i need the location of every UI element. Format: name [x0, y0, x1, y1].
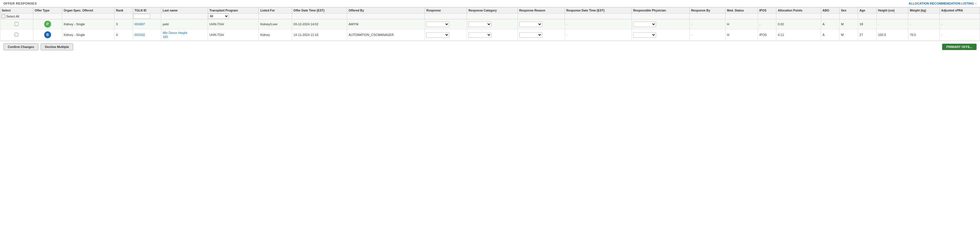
row1-offer-type-badge: P: [44, 21, 51, 27]
row1-response-reason-select[interactable]: [519, 22, 542, 27]
row2-responsible-physician[interactable]: [632, 29, 689, 41]
row1-offer-date-time: 03-12-2024 14:02: [292, 19, 347, 29]
row2-last-name: Min Donor Height 160: [161, 29, 208, 41]
row2-offer-type-badge: B: [44, 31, 51, 38]
primary-offer-button[interactable]: PRIMARY OFFE...: [942, 44, 977, 50]
row2-abo: A: [821, 29, 839, 41]
row1-response-by: -: [689, 19, 725, 29]
offer-responses-table: Select Offer Type Organ Spec. Offered Ra…: [0, 7, 980, 41]
row1-sex: M: [839, 19, 858, 29]
row1-select-cell[interactable]: [0, 19, 33, 29]
confirm-changes-button[interactable]: Confirm Changes: [3, 43, 38, 50]
filter-tgln-id-input[interactable]: [133, 14, 150, 19]
row1-med-status: H: [725, 19, 758, 29]
col-tgln-id: TGLN ID: [133, 8, 161, 13]
col-last-name: Last name: [161, 8, 208, 13]
col-age: Age: [858, 8, 877, 13]
filter-transplant-program-select[interactable]: All UHN-TGH Other: [208, 13, 229, 19]
col-abo: ABO: [821, 8, 839, 13]
row1-response[interactable]: [425, 19, 467, 29]
row2-med-status: H: [725, 29, 758, 41]
row2-tgln-id[interactable]: 650302: [133, 29, 161, 41]
col-organ-spec: Organ Spec. Offered: [62, 8, 114, 13]
row2-checkbox[interactable]: [14, 33, 18, 37]
row2-response-select[interactable]: [426, 32, 449, 38]
col-adjusted-cpra: Adjusted cPRA: [940, 8, 980, 13]
row1-response-select[interactable]: [426, 22, 449, 27]
row2-organ-spec: Kidney - Single: [62, 29, 114, 41]
arrow-up-icon: ↑: [975, 2, 977, 5]
col-height-cm: Height (cm): [877, 8, 908, 13]
row1-organ-spec: Kidney - Single: [62, 19, 114, 29]
table-row: B Kidney - Single 4 650302 Min Donor Hei…: [0, 29, 980, 41]
col-listed-for: Listed For: [259, 8, 292, 13]
row2-height-cm: 150.0: [877, 29, 908, 41]
row2-ipos: IPOS: [758, 29, 776, 41]
col-response-category: Response Category: [467, 8, 517, 13]
row1-abo: A: [821, 19, 839, 29]
row1-response-category-select[interactable]: [468, 22, 492, 27]
footer-bar: Confirm Changes Decline Multiple PRIMARY…: [0, 41, 980, 53]
col-transplant-program: Transplant Program: [208, 8, 259, 13]
row2-response-reason[interactable]: [517, 29, 565, 41]
col-offered-by: Offered By: [347, 8, 425, 13]
row2-weight-kg: 70.0: [908, 29, 940, 41]
col-allocation-points: Allocation Points: [776, 8, 821, 13]
row2-select-cell[interactable]: [0, 29, 33, 41]
row2-response-category[interactable]: [467, 29, 517, 41]
select-all-checkbox[interactable]: [2, 14, 5, 18]
row1-adjusted-cpra: -: [940, 19, 980, 29]
row2-sex: M: [839, 29, 858, 41]
row1-tgln-id-link[interactable]: 650687: [135, 22, 145, 26]
footer-left-buttons: Confirm Changes Decline Multiple: [3, 43, 73, 50]
row2-listed-for: Kidney: [259, 29, 292, 41]
row1-offered-by: AMYNI: [347, 19, 425, 29]
row1-response-reason[interactable]: [517, 19, 565, 29]
page-header: OFFER RESPONSES ALLOCATION RECOMMENDATIO…: [0, 0, 980, 7]
col-response-reason: Response Reason: [517, 8, 565, 13]
row1-weight-kg: -: [908, 19, 940, 29]
filter-row: Select All All UHN-TGH Other: [0, 13, 980, 19]
col-weight-kg: Weight (kg): [908, 8, 940, 13]
col-response-by: Response By: [689, 8, 725, 13]
row2-response-date-time: -: [565, 29, 632, 41]
row1-height-cm: -: [877, 19, 908, 29]
select-all-label[interactable]: Select All: [2, 14, 32, 18]
table-container: Select Offer Type Organ Spec. Offered Ra…: [0, 7, 980, 41]
col-ipos: IPOS: [758, 8, 776, 13]
filter-select-all[interactable]: Select All: [0, 13, 33, 19]
row2-offer-date-time: 14-11-2024 11:16: [292, 29, 347, 41]
col-response-date-time: Response Date Time (EST): [565, 8, 632, 13]
row2-responsible-physician-select[interactable]: [633, 32, 656, 38]
row1-responsible-physician[interactable]: [632, 19, 689, 29]
column-header-row: Select Offer Type Organ Spec. Offered Ra…: [0, 8, 980, 13]
row2-allocation-points: 4.11: [776, 29, 821, 41]
row1-response-category[interactable]: [467, 19, 517, 29]
row2-response-reason-select[interactable]: [519, 32, 542, 38]
col-response: Response: [425, 8, 467, 13]
col-rank: Rank: [115, 8, 133, 13]
offer-responses-title: OFFER RESPONSES: [3, 2, 37, 5]
allocation-recommendation-label: ALLOCATION RECOMMENDATION LISTING: [908, 2, 974, 5]
row2-last-name-link[interactable]: Min Donor Height 160: [163, 31, 188, 39]
row2-adjusted-cpra: -: [940, 29, 980, 41]
col-select: Select: [0, 8, 33, 13]
row1-responsible-physician-select[interactable]: [633, 22, 656, 27]
row2-response-by: -: [689, 29, 725, 41]
row1-last-name: peld: [161, 19, 208, 29]
col-offer-type: Offer Type: [33, 8, 62, 13]
row2-rank: 4: [115, 29, 133, 41]
row1-checkbox[interactable]: [14, 22, 18, 26]
allocation-recommendation-link[interactable]: ALLOCATION RECOMMENDATION LISTING ↑: [908, 2, 977, 5]
col-responsible-physician: Responsible Physician: [632, 8, 689, 13]
col-offer-date-time: Offer Date Time (EST): [292, 8, 347, 13]
row2-response-category-select[interactable]: [468, 32, 492, 38]
row2-offered-by: AUTOMATION_CSCMANAGER: [347, 29, 425, 41]
decline-multiple-button[interactable]: Decline Multiple: [41, 43, 73, 50]
row1-ipos: -: [758, 19, 776, 29]
row2-tgln-id-link[interactable]: 650302: [135, 33, 145, 37]
row1-tgln-id[interactable]: 650687: [133, 19, 161, 29]
row2-response[interactable]: [425, 29, 467, 41]
row1-offer-type: P: [33, 19, 62, 29]
row2-offer-type: B: [33, 29, 62, 41]
